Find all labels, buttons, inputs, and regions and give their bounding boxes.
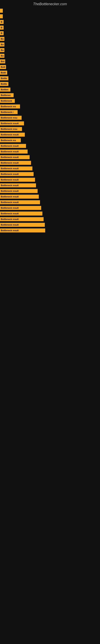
bar-spacer (42, 212, 100, 216)
bar-spacer (8, 76, 100, 80)
chart-row: Bottleneck r (0, 110, 100, 114)
bar-spacer (30, 155, 100, 159)
bar-spacer (32, 166, 100, 170)
chart-row: Bottleneck result (0, 222, 100, 227)
chart-row: Bottle (0, 82, 100, 86)
chart-row: Bottleneck result (0, 188, 100, 194)
chart-row: Bottleneck result (0, 183, 100, 188)
bar-label: Bottlen (0, 88, 10, 92)
chart-row: Bottl (0, 70, 100, 75)
chart-row: Bottleneck result (0, 211, 100, 216)
bar-label: Bottleneck result (0, 194, 39, 199)
bar-spacer (22, 127, 100, 131)
bar-spacer (24, 121, 100, 126)
chart-row: Bottleneck res (0, 104, 100, 109)
bar-spacer (36, 183, 100, 187)
bar-spacer (21, 138, 100, 142)
bar-spacer (45, 228, 100, 232)
bar-spacer (14, 93, 100, 97)
bar-spacer (28, 150, 100, 154)
chart-row: Bottlen (0, 87, 100, 92)
bar-label: Bottleneck result (0, 178, 35, 182)
chart-row: Bottleneck result (0, 160, 100, 165)
bar-label: Bottleneck result (0, 144, 26, 148)
chart-row: Bottleneck result (0, 194, 100, 199)
bar-label: Bottleneck result (0, 166, 32, 170)
bar-label: Bottleneck res (0, 138, 21, 142)
bar-spacer (5, 59, 100, 64)
chart-row: Bottleneck result (0, 166, 100, 171)
chart-row: Bot (0, 59, 100, 64)
chart-row: Bottleneck result (0, 206, 100, 210)
bar-spacer (3, 26, 100, 30)
bar-label: Bottleneck result (0, 223, 45, 227)
bar-label (0, 14, 3, 18)
chart-row: Bottleneck result (0, 177, 100, 182)
chart-row: Bottleneck result (0, 144, 100, 148)
bar-spacer (31, 161, 100, 165)
bar-spacer (18, 110, 100, 114)
bar-spacer (20, 104, 100, 108)
bar-spacer (3, 14, 100, 18)
bar-label: Bottl (0, 71, 7, 75)
bar-label: Bo (0, 37, 4, 41)
bar-spacer (25, 132, 100, 137)
bar-spacer (3, 20, 100, 24)
chart-row: B (0, 20, 100, 24)
chart-row (0, 14, 100, 19)
bar-spacer (10, 88, 100, 92)
bar-spacer (8, 82, 100, 86)
bar-spacer (40, 200, 100, 204)
bar-label (0, 9, 3, 13)
bar-label: B (0, 26, 3, 30)
bar-spacer (38, 189, 100, 193)
chart-row: Bottleneck result (0, 228, 100, 233)
bar-label: Bottleneck result (0, 200, 40, 204)
chart-row: Bottleneck res (0, 138, 100, 143)
chart-row: Bottleneck result (0, 132, 100, 137)
bar-label: Bottleneck (0, 99, 15, 103)
chart-row: Bottleneck result (0, 172, 100, 176)
chart-row: Bottlenec (0, 93, 100, 98)
chart-row: Bo (0, 42, 100, 47)
chart-row: Bo (0, 48, 100, 52)
chart-row: Bottleneck result (0, 149, 100, 154)
chart-row: Bottleneck result (0, 217, 100, 222)
bar-spacer (3, 9, 100, 13)
chart-row: B (0, 25, 100, 30)
chart-container: BBBBoBoBoBoBotBottBottlBottleBottleBottl… (0, 7, 100, 235)
chart-row: Bottleneck result (0, 200, 100, 205)
chart-row: Bottleneck result (0, 121, 100, 126)
bar-label: Bottleneck result (0, 217, 44, 221)
chart-row: Bo (0, 53, 100, 58)
chart-row: Bottleneck (0, 98, 100, 103)
bar-label: Bottleneck result (0, 161, 31, 165)
bar-spacer (44, 217, 100, 221)
chart-row: Bottleneck resu (0, 126, 100, 132)
bar-label: Bottleneck result (0, 189, 38, 193)
bar-label: Bottle (0, 82, 8, 86)
chart-row: Bottleneck resu (0, 115, 100, 120)
bar-label: Bottleneck result (0, 132, 25, 137)
bar-spacer (34, 172, 100, 176)
bar-spacer (15, 99, 100, 103)
chart-row: Bo (0, 36, 100, 41)
bar-spacer (4, 48, 100, 52)
bar-label: Bottleneck result (0, 155, 30, 159)
bar-label: Bottleneck result (0, 172, 34, 176)
chart-row: Bottle (0, 76, 100, 81)
bar-label: Bo (0, 54, 4, 58)
chart-row: Bott (0, 64, 100, 70)
bar-label: Bott (0, 65, 6, 69)
bar-spacer (39, 194, 100, 199)
bar-label: Bottleneck resu (0, 116, 22, 120)
bar-label: Bo (0, 48, 4, 52)
bar-label: Bottleneck result (0, 121, 24, 126)
bar-spacer (6, 65, 100, 69)
bar-spacer (3, 31, 100, 35)
bar-label: B (0, 31, 3, 35)
bar-label: Bottleneck result (0, 150, 28, 154)
bar-label: Bottlenec (0, 93, 14, 97)
bar-label: Bottleneck res (0, 104, 20, 108)
site-title: TheBottlenecker.com (0, 0, 100, 7)
